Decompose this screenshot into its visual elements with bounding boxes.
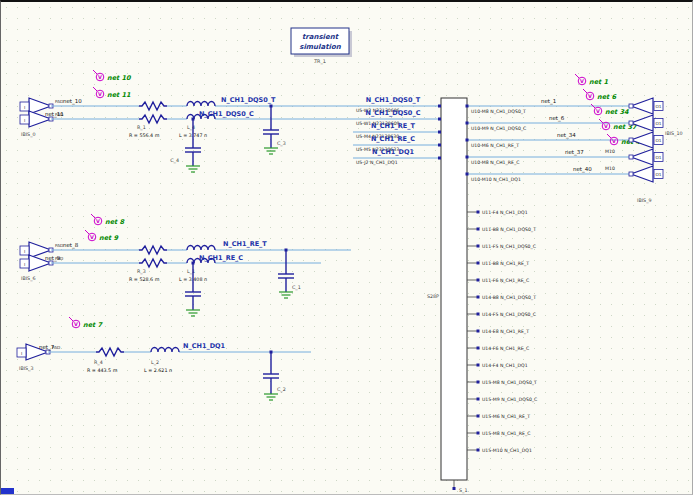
component-ref: R_3 (137, 269, 146, 275)
buffer-pin-label: O1 (656, 121, 662, 126)
probe-label[interactable]: net 1 (589, 78, 608, 86)
buffer-pin-label: O1 (656, 172, 662, 177)
buffer-pin-label: O1 (656, 138, 662, 143)
signal-label[interactable]: N_CH1_DQS0_C (366, 109, 421, 117)
voltage-probe-icon[interactable]: V (85, 230, 96, 241)
svg-text:V: V (588, 93, 592, 99)
connector-s28p[interactable]: S28P S_1 N_CH1_DQS0_T U5-W2 N23130606 N_… (353, 96, 629, 494)
component-value: L = 2.621 n (144, 368, 172, 373)
signal-label[interactable]: N_CH1_RE_C (371, 135, 415, 143)
probe-label[interactable]: net 11 (107, 91, 131, 99)
net-label[interactable]: net_8 (63, 242, 79, 249)
pin-label: U10-M10 N_CH1_DQ1 (471, 177, 521, 183)
component-ref: C_1 (292, 285, 301, 291)
probe-label[interactable]: net 9 (99, 234, 118, 242)
pin-label: U15-M8 N_CH1_RE_C (482, 431, 530, 437)
probe-label[interactable]: net 8 (105, 218, 125, 226)
probe-label[interactable]: net 6 (597, 93, 617, 101)
svg-text:V: V (98, 91, 102, 97)
net-label[interactable]: net_7 (39, 344, 55, 351)
net-label[interactable]: net_11 (45, 111, 64, 118)
signal-label[interactable]: N_CH1_DQS0_T (366, 96, 421, 104)
net-label[interactable]: net_34 (557, 132, 576, 139)
simulation-title-block[interactable]: transient simulation TR_1 (291, 28, 352, 65)
schematic-canvas: transient simulation TR_1 V net 10 V net… (0, 0, 693, 495)
component-ref: IBIS_10 (665, 131, 683, 137)
signal-label[interactable]: N_CH1_RE_C (199, 254, 243, 262)
svg-text:V: V (90, 234, 94, 240)
component-ref: C_2 (277, 387, 286, 393)
signal-label[interactable]: N_CH1_DQS0_C (199, 110, 254, 118)
title-line1: transient (302, 33, 340, 41)
buffer-pin-label: I (24, 105, 25, 110)
ibis-buffer[interactable]: O1 (629, 98, 663, 114)
group-dq1: V net 7 I PAD IBIS_3 net_7 R_4 R = 443.5… (17, 317, 311, 400)
net-label[interactable]: net_1 (541, 98, 556, 105)
ibis-buffer[interactable]: O1 (629, 166, 663, 182)
svg-text:V: V (74, 321, 78, 327)
net-label[interactable]: net_40 (573, 166, 592, 173)
resistor[interactable] (139, 102, 167, 110)
signal-label[interactable]: N_CH1_RE_T (223, 240, 267, 248)
inductor[interactable] (187, 102, 215, 107)
voltage-probe-icon[interactable]: V (91, 214, 102, 225)
ground-symbol (264, 148, 278, 154)
pin-label: U15-M8 N_CH1_DQS0_T (482, 380, 537, 386)
probe-label[interactable]: net 7 (83, 321, 103, 329)
svg-text:V: V (96, 218, 100, 224)
svg-text:V: V (98, 74, 102, 80)
net-label[interactable]: net_9 (45, 255, 61, 262)
ibis-buffer[interactable]: O1 (629, 149, 663, 165)
resistor[interactable] (139, 246, 167, 254)
capacitor[interactable]: C_2 (263, 351, 286, 401)
voltage-probe-icon[interactable]: V (575, 74, 586, 85)
voltage-probe-icon[interactable]: V (69, 317, 80, 328)
inductor[interactable] (187, 246, 215, 251)
pin-label: U15-M10 N_CH1_DQ1 (482, 448, 532, 454)
signal-label[interactable]: N_CH1_RE_T (371, 122, 415, 130)
inductor[interactable] (151, 348, 179, 353)
connector-ref: S28P (427, 294, 439, 299)
voltage-probe-icon[interactable]: V (599, 119, 610, 130)
component-ref: IBIS_6 (21, 276, 36, 282)
component-ref: C_3 (277, 141, 286, 147)
pin-label: U14-F4 N_CH1_DQ1 (482, 363, 528, 369)
net-label[interactable]: net_37 (565, 149, 584, 156)
resistor[interactable] (96, 348, 124, 356)
signal-label[interactable]: N_CH1_DQ1 (183, 342, 226, 350)
net-label[interactable]: net_6 (549, 115, 565, 122)
connector-right-stub-rows: U11-F4 N_CH1_DQ1 U11-B8 N_CH1_DQS0_T U11… (467, 210, 537, 454)
ground-symbol (264, 394, 278, 400)
pin-label: U14-B8 N_CH1_DQS0_T (482, 295, 536, 301)
signal-label[interactable]: N_CH1_DQS0_T (221, 96, 276, 104)
component-value: R = 443.5 m (87, 368, 118, 373)
connector-bottom-ref: S_1 (459, 488, 468, 494)
group-re: V net 8 V net 9 I PAD I PAD IBIS_6 (20, 214, 351, 316)
capacitor[interactable]: C_4 (170, 118, 201, 173)
title-ref: TR_1 (313, 59, 326, 65)
probe-label[interactable]: net 10 (107, 74, 132, 82)
buffer-pin-label: I (24, 118, 25, 123)
buffer-pin-label: I (24, 262, 25, 267)
buffer-pin-label: O1 (656, 155, 662, 160)
connector-body[interactable] (441, 98, 467, 480)
buffer-pin-label: I (24, 249, 25, 254)
resistor[interactable] (139, 259, 167, 267)
signal-label[interactable]: N_CH1_DQ1 (372, 148, 415, 156)
capacitor[interactable]: C_3 (263, 105, 286, 155)
net-label[interactable]: net_10 (63, 98, 82, 105)
component-ref: IBIS_3 (19, 366, 34, 372)
probe-label[interactable]: net 34 (605, 108, 629, 116)
resistor[interactable] (139, 115, 167, 123)
pin-label: U11-F5 N_CH1_DQS0_C (482, 244, 536, 250)
pin-label: U14-E8 N_CH1_RE_T (482, 329, 529, 335)
pin-label: U11-B8 N_CH1_RE_T (482, 261, 529, 267)
voltage-probe-icon[interactable]: V (583, 89, 594, 100)
voltage-probe-icon[interactable]: V (607, 134, 618, 145)
pin-label: M10 (605, 149, 615, 154)
voltage-probe-icon[interactable]: V (93, 70, 104, 81)
pin-label: U5-J2 N_CH1_DQ1 (356, 160, 398, 166)
voltage-probe-icon[interactable]: V (93, 87, 104, 98)
pin-label: U11-F4 N_CH1_DQ1 (482, 210, 528, 216)
capacitor[interactable]: C_1 (278, 249, 301, 299)
